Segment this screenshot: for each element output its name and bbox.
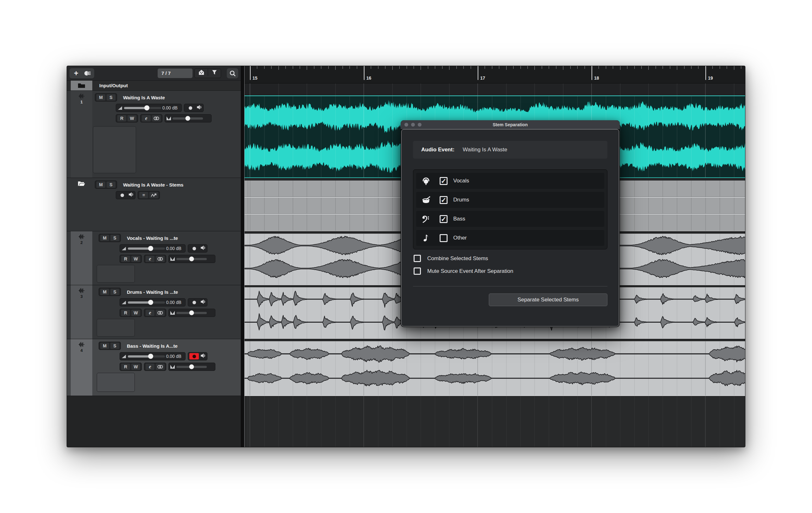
find-track-button[interactable]	[227, 68, 238, 78]
read-automation-button[interactable]: R	[117, 115, 126, 121]
track-1-color-strip[interactable]: 1	[71, 91, 92, 178]
track-2-color-strip[interactable]: 2	[71, 231, 92, 285]
timeline-empty-area[interactable]	[244, 396, 745, 447]
volume-slider[interactable]	[124, 107, 161, 109]
edit-stereo-group: e	[140, 114, 163, 122]
mute-button[interactable]: M	[96, 181, 105, 188]
combine-stems-option[interactable]: Combine Selected Stems	[413, 255, 607, 262]
stem-row-bass[interactable]: ✓ Bass	[416, 211, 604, 227]
add-track-button[interactable]: +	[72, 70, 80, 77]
dialog-body: Audio Event: Waiting Is A Waste ✓ Vocals…	[401, 129, 619, 326]
bass-checkbox[interactable]: ✓	[440, 215, 447, 223]
mute-button[interactable]: M	[100, 235, 109, 241]
read-automation-button[interactable]: R	[121, 256, 130, 262]
monitor-speaker-icon[interactable]	[200, 353, 206, 360]
panel-divider[interactable]	[241, 66, 244, 447]
write-automation-button[interactable]: W	[131, 364, 140, 370]
other-checkbox[interactable]	[440, 234, 447, 242]
record-arm-button[interactable]	[190, 299, 199, 306]
track-visibility-agents-button[interactable]	[195, 69, 208, 76]
track-row-3[interactable]: 3 M S Drums - Waiting Is ...te 0.00 dB	[67, 285, 241, 339]
volume-triangle-icon	[122, 355, 126, 358]
vocals-checkbox[interactable]: ✓	[440, 177, 447, 185]
track-name[interactable]: Vocals - Waiting Is ...te	[127, 235, 178, 241]
solo-button[interactable]: S	[110, 289, 119, 295]
edit-channel-button[interactable]: e	[146, 310, 154, 316]
pan-slider[interactable]	[176, 312, 207, 314]
mute-button[interactable]: M	[100, 289, 109, 295]
track-name[interactable]: Drums - Waiting Is ...te	[127, 289, 178, 295]
audio-event-bass[interactable]	[244, 341, 745, 396]
record-arm-button[interactable]	[185, 105, 195, 111]
edit-channel-button[interactable]: e	[146, 256, 154, 262]
stem-row-drums[interactable]: ✓ Drums	[416, 192, 604, 208]
track-inserts-box[interactable]	[97, 373, 135, 392]
mute-solo-group: M S	[99, 234, 121, 242]
track-inserts-box[interactable]	[93, 126, 136, 173]
dialog-titlebar[interactable]: Stem Separation	[401, 120, 620, 129]
track-filter-button[interactable]	[208, 69, 221, 76]
equals-button[interactable]: =	[139, 192, 148, 198]
write-automation-button[interactable]: W	[127, 115, 136, 121]
audio-waveform-icon	[78, 93, 85, 99]
write-automation-button[interactable]: W	[131, 310, 140, 316]
monitor-speaker-icon[interactable]	[200, 245, 206, 252]
input-output-header-row[interactable]: Input/Output	[67, 81, 241, 91]
stem-row-vocals[interactable]: ✓ Vocals	[416, 173, 604, 189]
track-row-folder[interactable]: M S Waiting Is A Waste - Stems =	[67, 178, 241, 231]
mute-button[interactable]: M	[96, 94, 105, 101]
ruler-bar-number: 17	[480, 76, 485, 81]
track-inserts-box[interactable]	[97, 265, 135, 283]
stem-row-other[interactable]: Other	[416, 230, 604, 246]
drum-icon	[420, 196, 431, 204]
volume-slider[interactable]	[128, 355, 165, 358]
track-name[interactable]: Waiting Is A Waste - Stems	[123, 182, 183, 188]
track-3-color-strip[interactable]: 3	[71, 285, 92, 339]
stereo-icon	[156, 364, 165, 370]
separate-selected-stems-button[interactable]: Separate Selected Stems	[489, 293, 607, 306]
track-inserts-box[interactable]	[97, 319, 135, 337]
dialog-title: Stem Separation	[401, 122, 620, 127]
track-4-color-strip[interactable]: 4	[71, 339, 92, 396]
record-arm-button[interactable]	[190, 245, 199, 252]
solo-button[interactable]: S	[107, 181, 115, 188]
drums-checkbox[interactable]: ✓	[440, 196, 447, 204]
record-arm-button[interactable]	[117, 192, 127, 198]
volume-group: 0.00 dB	[120, 244, 185, 253]
read-write-group: R W	[120, 363, 142, 371]
pan-slider[interactable]	[176, 366, 207, 368]
solo-button[interactable]: S	[110, 343, 119, 349]
track-row-4[interactable]: 4 M S Bass - Waiting Is A...te 0.00 dB	[67, 339, 241, 396]
write-automation-button[interactable]: W	[131, 256, 140, 262]
pan-slider[interactable]	[173, 117, 203, 120]
track-row-2[interactable]: 2 M S Vocals - Waiting Is ...te 0.00 dB	[67, 231, 241, 285]
stem-label: Drums	[453, 197, 469, 203]
edit-channel-button[interactable]: e	[146, 364, 154, 370]
solo-button[interactable]: S	[107, 94, 115, 101]
monitor-speaker-icon[interactable]	[200, 299, 206, 306]
record-arm-button[interactable]	[190, 353, 199, 360]
mute-source-option[interactable]: Mute Source Event After Separation	[413, 267, 607, 275]
track-row-1[interactable]: 1 M S Waiting Is A Waste 0.00 dB	[67, 91, 241, 178]
volume-slider[interactable]	[128, 248, 165, 250]
toolbar-right-cluster: 7 / 7	[157, 68, 238, 78]
timeline-ruler[interactable]: 1516171819	[244, 66, 745, 83]
volume-slider[interactable]	[128, 302, 165, 304]
read-automation-button[interactable]: R	[121, 364, 130, 370]
track-name[interactable]: Bass - Waiting Is A...te	[127, 343, 178, 349]
ruler-bar-number: 16	[366, 76, 371, 81]
track-name[interactable]: Waiting Is A Waste	[123, 95, 165, 100]
monitor-speaker-icon[interactable]	[196, 105, 202, 111]
mute-source-checkbox[interactable]	[414, 267, 421, 275]
group-editing-zigzag-icon[interactable]	[149, 192, 158, 198]
folder-track-icon-col[interactable]	[71, 178, 92, 231]
pan-slider[interactable]	[176, 258, 207, 260]
audio-event-value: Waiting Is A Waste	[463, 147, 507, 153]
solo-button[interactable]: S	[110, 235, 119, 241]
mute-button[interactable]: M	[100, 343, 109, 349]
edit-channel-button[interactable]: e	[142, 115, 151, 121]
use-track-preset-button[interactable]	[84, 70, 91, 77]
combine-stems-checkbox[interactable]	[414, 255, 421, 262]
monitor-speaker-icon[interactable]	[128, 192, 134, 198]
read-automation-button[interactable]: R	[121, 310, 130, 316]
